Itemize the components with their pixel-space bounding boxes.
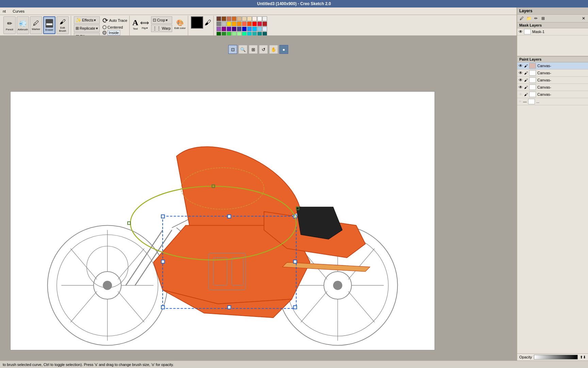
layers-panel: Layers 🖊 📁 ✏ ⊞ ✕ Mask Layers 👁 Mask-1 Pa… — [517, 7, 588, 361]
status-bar: to brush selected curve, Ctrl to toggle … — [0, 361, 588, 368]
color-swatch[interactable] — [247, 21, 252, 26]
color-swatch[interactable] — [237, 21, 242, 26]
color-swatch[interactable] — [257, 16, 262, 21]
zoom-fit-btn[interactable]: 🔍 — [239, 45, 247, 54]
color-swatch[interactable] — [232, 27, 236, 31]
replicate-btn[interactable]: ⊞ Replicate ▾ — [74, 25, 100, 32]
paint-layers-header: Paint Layers — [517, 56, 588, 62]
mask-layer-eye[interactable]: 👁 — [519, 29, 523, 34]
paint-layer-icon-4[interactable]: 🖌 — [524, 92, 528, 96]
color-swatch[interactable] — [222, 27, 226, 31]
svg-rect-43 — [293, 260, 296, 263]
crop-warp-group: ⊡ Crop ▾ ⋮⋮ Warp — [151, 16, 172, 32]
paint-layer-icon-3[interactable]: 🖌 — [524, 85, 528, 89]
color-swatch[interactable] — [242, 27, 247, 31]
paint-tools-row: ✏ Pencil 💨 Airbrush 🖊 Marker ▬ Eraser 🖌 … — [3, 16, 69, 34]
flip-tool[interactable]: ⟺ Flip▾ — [140, 19, 149, 30]
select-tool-btn[interactable]: ⊡ — [228, 45, 237, 54]
paint-layer-eye-1[interactable]: 👁 — [519, 71, 523, 75]
pan-btn[interactable]: ✋ — [269, 45, 278, 54]
warp-btn[interactable]: ⋮⋮ Warp — [151, 25, 172, 32]
color-picker-icon[interactable]: 🖌 — [205, 19, 211, 27]
color-swatch[interactable] — [242, 16, 247, 21]
color-swatch[interactable] — [252, 16, 257, 21]
drawing-canvas[interactable] — [10, 91, 435, 350]
paint-layer-name-5: ... — [536, 99, 587, 104]
paint-layer-name-3: Canvas- — [537, 85, 587, 89]
paint-layer-eye-5[interactable]: 👁 — [519, 100, 522, 103]
menu-item-nt[interactable]: nt — [1, 9, 7, 14]
color-swatch[interactable] — [222, 21, 226, 26]
edit-brush-tool[interactable]: 🖌 Edit Brush — [56, 16, 69, 34]
circle-mode-btn[interactable]: ● — [279, 45, 288, 54]
color-swatch[interactable] — [227, 16, 231, 21]
opacity-label: Opacity — [519, 355, 532, 359]
paint-layer-row-3[interactable]: 👁 🖌 Canvas- — [517, 84, 588, 91]
layer-folder-icon[interactable]: 📁 — [526, 15, 532, 21]
paint-layer-icon-1[interactable]: 🖌 — [524, 71, 528, 75]
motorcycle-drawing — [11, 92, 435, 350]
replicate-label: Replicate — [80, 26, 95, 30]
eraser-tool[interactable]: ▬ Eraser — [43, 16, 55, 34]
paint-layer-row-5[interactable]: 👁 — ... — [517, 98, 588, 105]
mask-layer-thumb — [524, 29, 531, 34]
effects-dropdown[interactable]: ✨ Effects ▾ — [74, 16, 100, 24]
text-tool[interactable]: A Text — [132, 18, 138, 30]
paint-layer-row-1[interactable]: 👁 🖌 Canvas- — [517, 70, 588, 77]
color-swatch[interactable] — [237, 16, 242, 21]
status-text: to brush selected curve, Ctrl to toggle … — [3, 363, 174, 367]
airbrush-tool[interactable]: 💨 Airbrush — [17, 16, 29, 34]
paint-layer-eye-3[interactable]: 👁 — [519, 85, 523, 90]
marker-tool[interactable]: 🖊 Marker — [30, 16, 42, 34]
color-swatch[interactable] — [222, 16, 226, 21]
paint-layer-name-0: Canvas- — [537, 64, 587, 68]
layer-copy-icon[interactable]: ⊞ — [540, 15, 546, 21]
opacity-arrows[interactable]: ⬆⬇ — [580, 355, 586, 359]
paint-layer-thumb-2 — [529, 77, 536, 83]
color-swatch[interactable] — [216, 27, 221, 31]
crop-btn[interactable]: ⊡ Crop ▾ — [151, 16, 172, 24]
paint-layer-row-4[interactable]: 👁 🖌 Canvas- — [517, 91, 588, 98]
color-swatch[interactable] — [257, 27, 262, 31]
opacity-slider[interactable] — [534, 355, 578, 359]
paint-layer-icon-0[interactable]: 🖌 — [524, 64, 528, 68]
svg-rect-45 — [228, 306, 231, 309]
paint-layer-row-0[interactable]: 👁 🖌 Canvas- — [517, 62, 588, 70]
edit-color-tool[interactable]: 🎨 Edit color — [174, 19, 185, 30]
color-swatch[interactable] — [252, 21, 257, 26]
color-swatch[interactable] — [247, 16, 252, 21]
layer-new-icon[interactable]: 🖊 — [519, 15, 525, 21]
color-swatch[interactable] — [242, 21, 247, 26]
color-swatch[interactable] — [252, 27, 257, 31]
color-swatch[interactable] — [227, 27, 231, 31]
paint-layer-icon-2[interactable]: 🖌 — [524, 78, 528, 82]
current-color-swatch[interactable] — [191, 16, 203, 29]
color-swatch[interactable] — [262, 27, 267, 31]
paint-layer-eye-0[interactable]: 👁 — [519, 63, 523, 68]
centered-label[interactable]: Centered — [108, 25, 123, 29]
paint-layer-eye-4[interactable]: 👁 — [519, 92, 523, 97]
inside-label[interactable]: Inside — [108, 30, 120, 35]
rotate-btn[interactable]: ↺ — [259, 45, 268, 54]
auto-trace-icon[interactable]: ⟳ — [102, 16, 108, 25]
mask-layer-row[interactable]: 👁 Mask-1 — [517, 28, 588, 35]
color-swatch[interactable] — [227, 21, 231, 26]
zoom-rect-btn[interactable]: ⊞ — [249, 45, 258, 54]
pencil-tool[interactable]: ✏ Pencil — [3, 16, 16, 34]
color-swatch[interactable] — [216, 21, 221, 26]
layer-delete-icon[interactable]: ✕ — [581, 15, 587, 21]
color-swatch[interactable] — [237, 27, 242, 31]
color-swatch[interactable] — [262, 16, 267, 21]
color-swatch[interactable] — [232, 21, 236, 26]
color-swatch[interactable] — [216, 16, 221, 21]
color-swatch[interactable] — [247, 27, 252, 31]
paint-layer-row-2[interactable]: 👁 🖌 Canvas- — [517, 77, 588, 84]
color-swatch[interactable] — [262, 21, 267, 26]
paint-layer-eye-2[interactable]: 👁 — [519, 78, 523, 82]
title-text: Untitled3 (1400x900) - Creo Sketch 2.0 — [257, 1, 331, 6]
layer-edit-icon[interactable]: ✏ — [533, 15, 539, 21]
color-swatch[interactable] — [257, 21, 262, 26]
layers-toolbar: 🖊 📁 ✏ ⊞ ✕ — [517, 15, 588, 22]
menu-item-curves[interactable]: Curves — [11, 9, 26, 14]
color-swatch[interactable] — [232, 16, 236, 21]
